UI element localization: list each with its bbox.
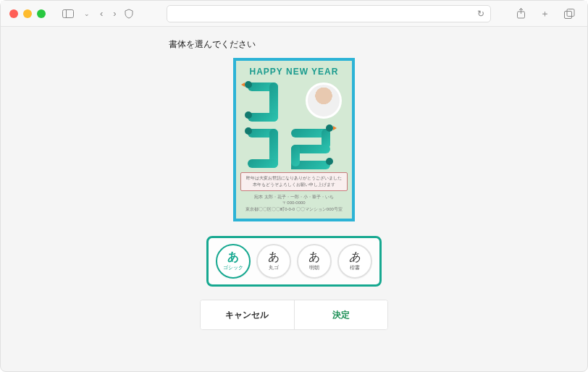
card-message-line2: 本年もどうぞよろしくお願い申し上げます <box>243 182 345 188</box>
card-title: HAPPY NEW YEAR <box>250 67 339 77</box>
svg-rect-4 <box>565 11 572 18</box>
close-window-button[interactable] <box>9 9 18 18</box>
sidebar-toggle-icon[interactable] <box>59 8 77 20</box>
font-label: 楷書 <box>350 264 360 271</box>
new-tab-icon[interactable]: ＋ <box>537 6 553 22</box>
font-option-marugo[interactable]: あ 丸ゴ <box>256 244 291 279</box>
toolbar-left: ⌄ ‹ › <box>59 7 120 20</box>
page-content: 書体を選んでください HAPPY NEW YEAR 昨年は大変お世話になりありが… <box>1 27 587 371</box>
svg-rect-0 <box>63 9 74 17</box>
card-addr-line2: 〒000-0000 <box>245 200 343 206</box>
card-address: 宛本 太郎・花子・一郎・小・華子・いち 〒000-0000 東京都〇〇区〇〇町0… <box>245 194 343 212</box>
action-buttons: キャンセル 決定 <box>200 300 388 330</box>
shield-icon[interactable] <box>120 7 138 20</box>
svg-rect-5 <box>567 9 574 16</box>
instruction-text: 書体を選んでください <box>167 38 421 51</box>
browser-window: ⌄ ‹ › ↻ ＋ 書体を選んでください HAPPY NEW YEAR <box>0 0 588 372</box>
url-bar[interactable]: ↻ <box>167 5 491 22</box>
font-glyph: あ <box>349 251 361 263</box>
font-option-mincho[interactable]: あ 明朝 <box>297 244 332 279</box>
font-picker: あ ゴシック あ 丸ゴ あ 明朝 あ 楷書 <box>206 236 382 287</box>
font-label: ゴシック <box>223 264 243 271</box>
share-icon[interactable] <box>513 7 529 20</box>
reload-icon[interactable]: ↻ <box>477 9 484 19</box>
font-option-gothic[interactable]: あ ゴシック <box>216 244 251 279</box>
zoom-window-button[interactable] <box>37 9 46 18</box>
cancel-button[interactable]: キャンセル <box>201 300 294 329</box>
card-addr-line1: 宛本 太郎・花子・一郎・小・華子・いち <box>245 194 343 200</box>
forward-button[interactable]: › <box>109 7 119 20</box>
font-label: 丸ゴ <box>269 264 279 271</box>
font-glyph: あ <box>268 251 280 263</box>
card-preview: HAPPY NEW YEAR 昨年は大変お世話になりありがとうございました 本年… <box>233 58 355 221</box>
dropdown-chevron-icon[interactable]: ⌄ <box>80 9 93 19</box>
font-glyph: あ <box>308 251 320 263</box>
font-label: 明朝 <box>309 264 319 271</box>
back-button[interactable]: ‹ <box>96 7 106 20</box>
confirm-button[interactable]: 決定 <box>294 300 388 329</box>
toolbar-right: ＋ <box>513 6 579 22</box>
tabs-icon[interactable] <box>560 7 579 20</box>
card-artwork <box>240 78 348 172</box>
window-controls <box>9 9 46 18</box>
minimize-window-button[interactable] <box>23 9 32 18</box>
font-glyph: あ <box>227 251 239 263</box>
card-addr-line3: 東京都〇〇区〇〇町0-0-0 〇〇マンション000号室 <box>245 206 343 212</box>
font-option-kaisho[interactable]: あ 楷書 <box>337 244 372 279</box>
card-message-line1: 昨年は大変お世話になりありがとうございました <box>243 175 345 182</box>
titlebar: ⌄ ‹ › ↻ ＋ <box>1 1 587 27</box>
card-photo-placeholder <box>306 83 342 119</box>
card-message: 昨年は大変お世話になりありがとうございました 本年もどうぞよろしくお願い申し上げ… <box>240 172 348 191</box>
